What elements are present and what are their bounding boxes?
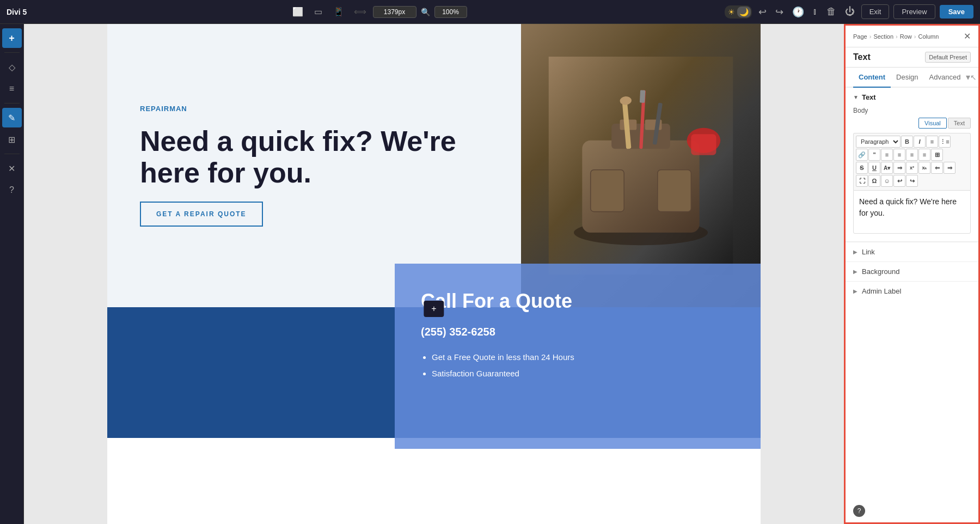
admin-label-label: Admin Label [862,287,901,295]
sidebar-tools-button[interactable]: ✕ [2,159,22,178]
svg-rect-11 [591,170,624,212]
sidebar-settings-button[interactable]: ≡ [2,79,22,99]
theme-toggle[interactable]: ☀ 🌙 [725,5,752,19]
panel-header: Page › Section › Row › Column ✕ [846,26,978,47]
align-right-button[interactable]: ≡ [906,149,918,161]
sidebar-divider-1 [4,52,20,53]
sidebar-paint-button[interactable]: ✎ [2,108,22,127]
rte-content[interactable]: Need a quick fix? We're here for you. [853,190,971,234]
width-input[interactable] [373,6,416,18]
preset-select[interactable]: Default Preset [925,52,971,63]
rte-row-3: S U A▾ ⇒ x² xₙ ⇐ ⇒ [856,162,968,174]
redo-button[interactable]: ↪ [773,4,786,20]
zoom-input[interactable] [434,6,467,18]
breadcrumb-page[interactable]: Page [853,33,867,40]
desktop-view-button[interactable]: ⬜ [289,4,307,19]
visual-text-toggle: Visual Text [853,118,971,129]
blockquote-button[interactable]: " [868,149,880,161]
background-section-label: Background [862,267,899,276]
rte-row-1: Paragraph B I ≡ ⋮≡ [856,136,968,148]
tab-advanced[interactable]: Advanced [924,68,966,88]
rte-row-2: 🔗 " ≡ ≡ ≡ ≡ ⊞ [856,149,968,161]
indent-button[interactable]: ⇒ [893,162,905,174]
link-section-arrow: ▶ [853,249,857,255]
breadcrumb-section[interactable]: Section [873,33,893,40]
undo-rte-button[interactable]: ↩ [893,175,905,187]
fullscreen-button[interactable]: ⛶ [856,175,868,187]
special-char-button[interactable]: Ω [868,175,880,187]
mobile-view-button[interactable]: 📱 [330,4,347,19]
sidebar-layers-button[interactable]: ◇ [2,57,22,77]
breadcrumb-row[interactable]: Row [900,33,912,40]
topbar: Divi 5 ⬜ ▭ 📱 ⟺ 🔍 ☀ 🌙 ↩ ↪ 🕐 ⫾ 🗑 ⏻ Exit Pr… [0,0,980,24]
background-section[interactable]: ▶ Background [846,261,978,281]
align-justify-button[interactable]: ≡ [918,149,930,161]
sidebar-help-button[interactable]: ? [2,180,22,200]
help-icon-button[interactable]: ? [853,505,865,517]
link-section[interactable]: ▶ Link [846,242,978,261]
panel-title: Text [853,52,871,62]
text-section-header[interactable]: ▼ Text [846,88,978,107]
history-button[interactable]: 🕐 [790,4,806,20]
align-center-button[interactable]: ≡ [893,149,905,161]
left-sidebar: + ◇ ≡ ✎ ⊞ ✕ ? [0,24,24,524]
bold-button[interactable]: B [901,136,913,148]
canvas-content: REPAIRMAN Need a quick fix? We're here f… [107,24,761,524]
sidebar-module-button[interactable]: ⊞ [2,130,22,149]
app-name: Divi 5 [7,8,27,16]
background-section-arrow: ▶ [853,269,857,275]
breadcrumb-column[interactable]: Column [918,33,939,40]
text-section-label: Text [862,93,876,101]
sidebar-add-button[interactable]: + [2,28,22,48]
hero-label: REPAIRMAN [140,105,488,113]
exit-button[interactable]: Exit [861,4,890,19]
body-label: Body [853,107,971,114]
breadcrumb-sep-1: › [869,33,872,40]
tab-design[interactable]: Design [891,68,923,88]
ordered-list-button[interactable]: ⋮≡ [939,136,951,148]
indent-in-button[interactable]: ⇒ [944,162,955,174]
svg-rect-9 [640,90,645,103]
panel-close-button[interactable]: ✕ [964,31,971,41]
underline-button[interactable]: U [868,162,880,174]
svg-rect-12 [658,170,691,212]
delete-button[interactable]: 🗑 [824,4,838,20]
table-button[interactable]: ⊞ [931,149,943,161]
canvas-area[interactable]: REPAIRMAN Need a quick fix? We're here f… [24,24,844,524]
column-button[interactable]: ⫾ [811,4,820,20]
text-color-button[interactable]: A▾ [881,162,893,174]
tab-cursor-button[interactable]: ↖ [970,73,977,82]
save-button[interactable]: Save [940,5,973,19]
text-section-arrow: ▼ [853,94,859,100]
link-button[interactable]: 🔗 [856,149,868,161]
toolbag-illustration [521,57,761,275]
text-mode-button[interactable]: Text [948,118,971,129]
undo-button[interactable]: ↩ [756,4,769,20]
quote-card-phone: (255) 352-6258 [421,326,734,338]
tablet-view-button[interactable]: ▭ [311,4,326,19]
unordered-list-button[interactable]: ≡ [926,136,938,148]
topbar-center: ⬜ ▭ 📱 ⟺ 🔍 [38,4,718,19]
preview-button[interactable]: Preview [893,4,935,19]
zoom-icon: 🔍 [421,8,430,16]
add-row-button[interactable]: + [424,301,444,317]
align-left-button[interactable]: ≡ [881,149,893,161]
tab-more-button[interactable]: ▾ [966,72,970,82]
hero-cta-button[interactable]: GET A REPAIR QUOTE [140,202,263,227]
emoji-button[interactable]: ☺ [881,175,893,187]
tab-content[interactable]: Content [853,68,891,88]
redo-rte-button[interactable]: ↪ [906,175,918,187]
power-button[interactable]: ⏻ [843,4,857,20]
link-section-label: Link [862,248,875,256]
indent-out-button[interactable]: ⇐ [931,162,943,174]
breadcrumb: Page › Section › Row › Column [853,33,939,40]
subscript-button[interactable]: xₙ [918,162,930,174]
italic-button[interactable]: I [914,136,926,148]
moon-icon: 🌙 [737,7,751,17]
strikethrough-button[interactable]: S [856,162,868,174]
visual-mode-button[interactable]: Visual [918,118,947,129]
main-layout: + ◇ ≡ ✎ ⊞ ✕ ? REPAIRMAN Need a quick fix… [0,24,980,524]
admin-label-section[interactable]: ▶ Admin Label [846,281,978,301]
paragraph-select[interactable]: Paragraph [856,136,901,148]
superscript-button[interactable]: x² [906,162,918,174]
